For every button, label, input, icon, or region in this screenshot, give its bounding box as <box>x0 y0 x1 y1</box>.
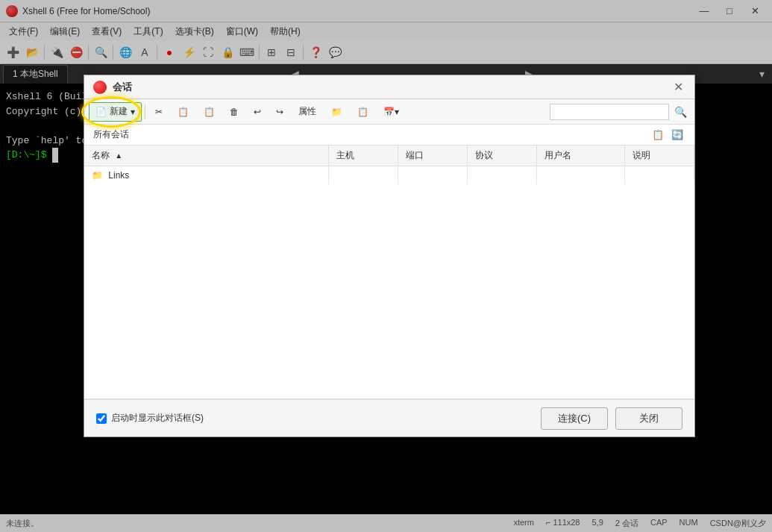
folder-icon: 📁 <box>92 170 103 181</box>
dlg-calendar-button[interactable]: 📅▾ <box>377 102 406 122</box>
dialog-toolbar: 📄 新建 ▾ ✂ 📋 📋 🗑 ↩ ↪ 属性 📁 📋 📅▾ 🔍 <box>84 99 694 125</box>
session-table: 名称 ▲ 主机 端口 协议 用户名 <box>84 145 694 184</box>
dlg-view-button[interactable]: 📋 <box>351 102 375 122</box>
breadcrumb-text: 所有会话 <box>93 128 650 141</box>
footer-checkbox-area: 启动时显示此对话框(S) <box>96 412 204 425</box>
dlg-delete-button[interactable]: 🗑 <box>223 102 245 122</box>
session-search-input[interactable] <box>550 104 669 120</box>
startup-checkbox-label[interactable]: 启动时显示此对话框(S) <box>111 412 204 425</box>
new-session-button[interactable]: 📄 新建 ▾ <box>89 102 142 122</box>
dlg-undo-button[interactable]: ↩ <box>247 102 268 122</box>
breadcrumb-copy-btn[interactable]: 📋 <box>650 127 666 143</box>
dlg-cut-button[interactable]: ✂ <box>148 102 169 122</box>
dialog-icon <box>93 81 107 94</box>
col-username[interactable]: 用户名 <box>536 145 624 166</box>
session-table-container[interactable]: 名称 ▲ 主机 端口 协议 用户名 <box>84 145 694 399</box>
table-row[interactable]: 📁 Links <box>84 166 694 185</box>
col-protocol[interactable]: 协议 <box>467 145 536 166</box>
row-username <box>536 166 624 185</box>
session-dialog: 会话 ✕ 📄 新建 ▾ ✂ 📋 📋 🗑 ↩ ↪ 属性 📁 📋 📅▾ 🔍 所有 <box>84 75 695 437</box>
col-port[interactable]: 端口 <box>398 145 467 166</box>
dlg-properties-button[interactable]: 属性 <box>292 102 323 122</box>
toolbar-sep-1 <box>145 104 145 119</box>
dlg-redo-button[interactable]: ↪ <box>269 102 290 122</box>
session-search-button[interactable]: 🔍 <box>671 102 690 122</box>
new-dropdown-arrow: ▾ <box>131 107 135 117</box>
row-port <box>398 166 467 185</box>
footer-buttons: 连接(C) 关闭 <box>541 407 682 430</box>
col-name[interactable]: 名称 ▲ <box>84 145 328 166</box>
connect-button[interactable]: 连接(C) <box>541 407 608 430</box>
dlg-folder-button[interactable]: 📁 <box>324 102 349 122</box>
dialog-footer: 启动时显示此对话框(S) 连接(C) 关闭 <box>84 399 694 436</box>
dialog-title-bar: 会话 ✕ <box>84 75 694 99</box>
col-host[interactable]: 主机 <box>328 145 398 166</box>
dialog-breadcrumb: 所有会话 📋 🔄 <box>84 125 694 145</box>
dlg-paste-button[interactable]: 📋 <box>197 102 222 122</box>
row-host <box>328 166 398 185</box>
new-session-icon: 📄 <box>95 107 107 117</box>
dialog-close-button[interactable]: ✕ <box>671 80 685 95</box>
row-description <box>624 166 694 185</box>
row-protocol <box>467 166 536 185</box>
breadcrumb-actions: 📋 🔄 <box>650 127 685 143</box>
session-table-body: 📁 Links <box>84 166 694 185</box>
properties-label: 属性 <box>298 105 316 118</box>
col-description[interactable]: 说明 <box>624 145 694 166</box>
row-name: 📁 Links <box>84 166 328 185</box>
sort-arrow: ▲ <box>115 151 122 160</box>
dlg-copy-button[interactable]: 📋 <box>171 102 195 122</box>
dialog-title-text: 会话 <box>113 81 671 94</box>
session-table-header: 名称 ▲ 主机 端口 协议 用户名 <box>84 145 694 166</box>
close-dialog-button[interactable]: 关闭 <box>615 407 682 430</box>
startup-checkbox[interactable] <box>96 413 107 424</box>
breadcrumb-refresh-btn[interactable]: 🔄 <box>669 127 685 143</box>
new-btn-wrapper: 📄 新建 ▾ <box>89 102 142 122</box>
